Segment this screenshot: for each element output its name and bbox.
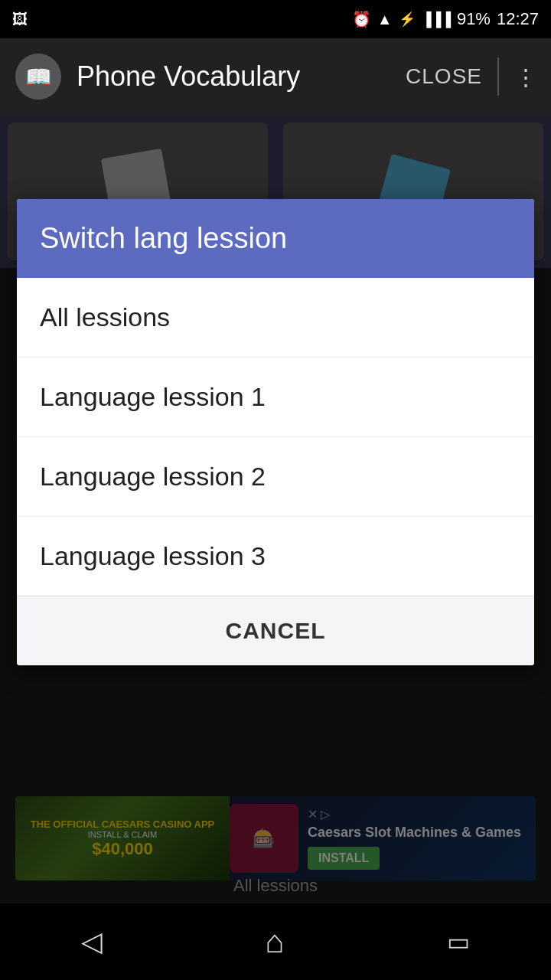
lession-1-label: Language lession 1 [40,382,266,411]
divider [497,57,499,96]
alarm-icon: ⏰ [352,10,371,28]
dialog: Switch lang lession All lessions Languag… [17,199,534,665]
battery-charging-icon: ⚡ [399,11,416,28]
lession-2-label: Language lession 2 [40,462,266,491]
battery-percent: 91% [457,9,491,29]
recents-button[interactable]: ▭ [447,927,470,956]
dialog-item-lession-2[interactable]: Language lession 2 [17,437,534,517]
close-button[interactable]: CLOSE [406,64,482,89]
app-title: Phone Vocabulary [77,60,406,93]
dialog-item-lession-3[interactable]: Language lession 3 [17,517,534,596]
home-button[interactable]: ⌂ [265,923,284,960]
dialog-header: Switch lang lession [17,199,534,278]
app-bar: 📖 Phone Vocabulary CLOSE ⋮ [0,38,551,115]
dialog-title: Switch lang lession [40,222,287,254]
dialog-item-lession-1[interactable]: Language lession 1 [17,358,534,437]
signal-icon: ▐▐▐ [422,11,451,28]
back-button[interactable]: ◁ [81,926,103,958]
app-icon: 📖 [15,54,61,100]
wifi-icon: ▲ [377,11,393,28]
more-options-icon[interactable]: ⋮ [514,64,536,90]
status-bar: 🖼 ⏰ ▲ ⚡ ▐▐▐ 91% 12:27 [0,0,551,38]
image-icon: 🖼 [12,11,28,28]
cancel-button[interactable]: CANCEL [226,618,326,643]
dialog-item-all-lessions[interactable]: All lessions [17,278,534,358]
nav-bar: ◁ ⌂ ▭ [0,903,551,980]
dialog-footer: CANCEL [17,596,534,665]
all-lessions-label: All lessions [40,302,170,332]
clock: 12:27 [497,9,539,29]
dialog-body: All lessions Language lession 1 Language… [17,278,534,596]
lession-3-label: Language lession 3 [40,541,266,570]
